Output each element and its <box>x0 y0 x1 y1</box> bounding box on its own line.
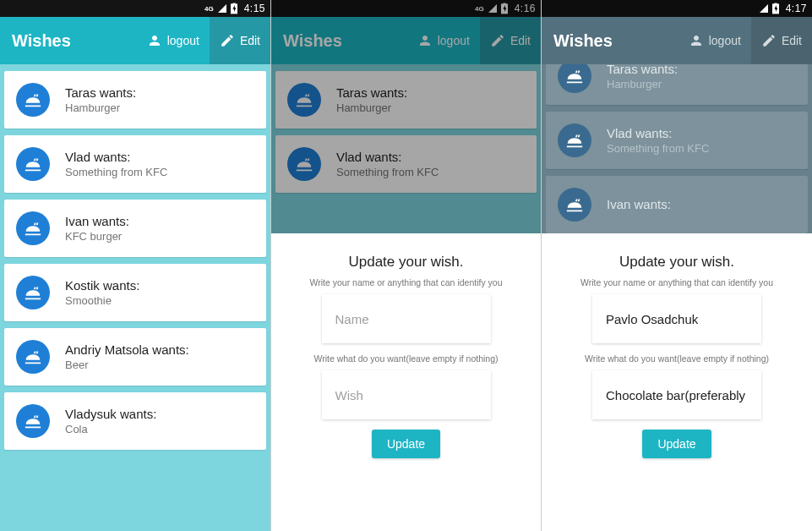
wish-card[interactable]: Vlad wants:Something from KFC <box>275 135 537 193</box>
wish-card[interactable]: Taras wants:Hamburger <box>546 64 808 105</box>
update-wish-sheet: Update your wish. Write your name or any… <box>271 233 541 531</box>
fastfood-icon <box>16 404 50 438</box>
wish-card[interactable]: Taras wants:Hamburger <box>275 71 537 129</box>
pencil-icon <box>761 33 777 48</box>
wish-card[interactable]: Ivan wants:KFC burger <box>4 200 266 257</box>
wish-title: Ivan wants: <box>65 214 129 228</box>
wish-sub: Something from KFC <box>336 166 439 178</box>
wish-title: Vlad wants: <box>65 150 167 164</box>
wish-sub: Something from KFC <box>607 142 709 155</box>
wish-title: Taras wants: <box>65 85 136 100</box>
wish-field[interactable] <box>322 370 491 419</box>
sheet-title: Update your wish. <box>619 254 734 271</box>
name-hint: Write your name or anything that can ide… <box>580 277 773 287</box>
app-bar: Wishes logout Edit <box>0 17 270 64</box>
wish-sub: Smoothie <box>65 294 139 307</box>
wish-title: Ivan wants: <box>607 197 671 211</box>
edit-label: Edit <box>240 34 260 47</box>
pencil-icon <box>490 33 505 48</box>
network-4g-icon: 4G <box>475 5 484 13</box>
fastfood-icon <box>558 188 591 222</box>
pencil-icon <box>220 33 235 48</box>
status-bar: 4G 4:15 <box>0 0 270 17</box>
edit-button[interactable]: Edit <box>210 17 270 64</box>
name-hint: Write your name or anything that can ide… <box>309 277 502 287</box>
wish-card[interactable]: Andriy Matsola wants:Beer <box>4 328 266 386</box>
logout-label: logout <box>167 34 199 47</box>
wish-card[interactable]: Vlad wants:Something from KFC <box>4 135 266 193</box>
wish-card[interactable]: Vladysuk wants:Cola <box>4 392 266 450</box>
status-bar: 4:17 <box>542 0 812 17</box>
screen-update-wish-empty: 4G 4:16 Wishes logout Edit Taras wants:H… <box>271 0 542 531</box>
wish-sub: Cola <box>65 423 156 435</box>
status-time: 4:15 <box>244 3 265 14</box>
wish-title: Taras wants: <box>336 85 407 100</box>
edit-button[interactable]: Edit <box>480 17 541 64</box>
edit-button[interactable]: Edit <box>751 17 812 64</box>
sheet-title: Update your wish. <box>348 254 463 271</box>
wish-title: Kostik wants: <box>65 278 139 293</box>
person-icon <box>689 33 704 48</box>
battery-charging-icon <box>501 3 508 14</box>
wish-title: Andriy Matsola wants: <box>65 342 189 357</box>
wish-title: Vlad wants: <box>336 150 439 164</box>
svg-rect-3 <box>503 3 505 5</box>
logout-button[interactable]: logout <box>407 17 480 64</box>
edit-label: Edit <box>782 34 802 47</box>
svg-rect-2 <box>501 3 508 14</box>
name-field[interactable] <box>322 294 491 343</box>
svg-rect-5 <box>774 3 777 5</box>
update-wish-sheet: Update your wish. Write your name or any… <box>542 233 812 531</box>
fastfood-icon <box>558 123 591 157</box>
wish-field[interactable] <box>592 370 761 419</box>
wish-card[interactable]: Taras wants:Hamburger <box>4 71 266 129</box>
wish-sub: Hamburger <box>336 101 407 114</box>
name-field[interactable] <box>592 294 761 343</box>
fastfood-icon <box>16 147 50 181</box>
wish-hint: Write what do you want(leave empty if no… <box>313 353 498 364</box>
wish-sub: Hamburger <box>65 101 136 114</box>
logout-button[interactable]: logout <box>137 17 210 64</box>
wish-hint: Write what do you want(leave empty if no… <box>585 353 769 364</box>
app-title: Wishes <box>271 31 407 51</box>
app-bar: Wishes logout Edit <box>542 17 812 64</box>
fastfood-icon <box>558 64 591 93</box>
wish-card[interactable]: Kostik wants:Smoothie <box>4 264 266 321</box>
logout-button[interactable]: logout <box>678 17 751 64</box>
logout-label: logout <box>438 34 470 47</box>
status-bar: 4G 4:16 <box>271 0 541 17</box>
wish-sub: Beer <box>65 359 189 371</box>
wish-title: Vladysuk wants: <box>65 407 156 421</box>
wish-card[interactable]: Vlad wants:Something from KFC <box>546 112 808 169</box>
fastfood-icon <box>287 83 321 117</box>
wish-title: Vlad wants: <box>607 126 709 140</box>
network-4g-icon: 4G <box>204 5 214 13</box>
signal-icon <box>488 3 498 14</box>
wish-sub: Hamburger <box>607 78 678 90</box>
person-icon <box>147 33 162 48</box>
edit-label: Edit <box>510 34 531 47</box>
app-title: Wishes <box>542 31 678 51</box>
app-bar: Wishes logout Edit <box>271 17 541 64</box>
status-time: 4:16 <box>515 3 536 14</box>
battery-charging-icon <box>231 3 237 14</box>
screen-wishes-list: 4G 4:15 Wishes logout Edit Taras wants:H… <box>0 0 271 531</box>
wish-card[interactable]: Ivan wants: <box>546 176 808 233</box>
screen-update-wish-filled: 4:17 Wishes logout Edit Taras wants:Hamb… <box>542 0 812 531</box>
fastfood-icon <box>16 83 50 117</box>
wish-title: Taras wants: <box>607 64 678 76</box>
app-title: Wishes <box>0 31 137 51</box>
signal-icon <box>217 3 227 14</box>
battery-charging-icon <box>772 3 779 14</box>
fastfood-icon <box>16 340 50 374</box>
person-icon <box>417 33 433 48</box>
update-button[interactable]: Update <box>642 430 711 458</box>
wish-sub: KFC burger <box>65 230 129 243</box>
status-time: 4:17 <box>786 3 807 14</box>
svg-rect-1 <box>232 3 235 5</box>
wish-list[interactable]: Taras wants:HamburgerVlad wants:Somethin… <box>0 64 270 531</box>
logout-label: logout <box>709 34 741 47</box>
signal-icon <box>759 3 769 14</box>
update-button[interactable]: Update <box>372 430 440 458</box>
wish-sub: Something from KFC <box>65 166 167 178</box>
